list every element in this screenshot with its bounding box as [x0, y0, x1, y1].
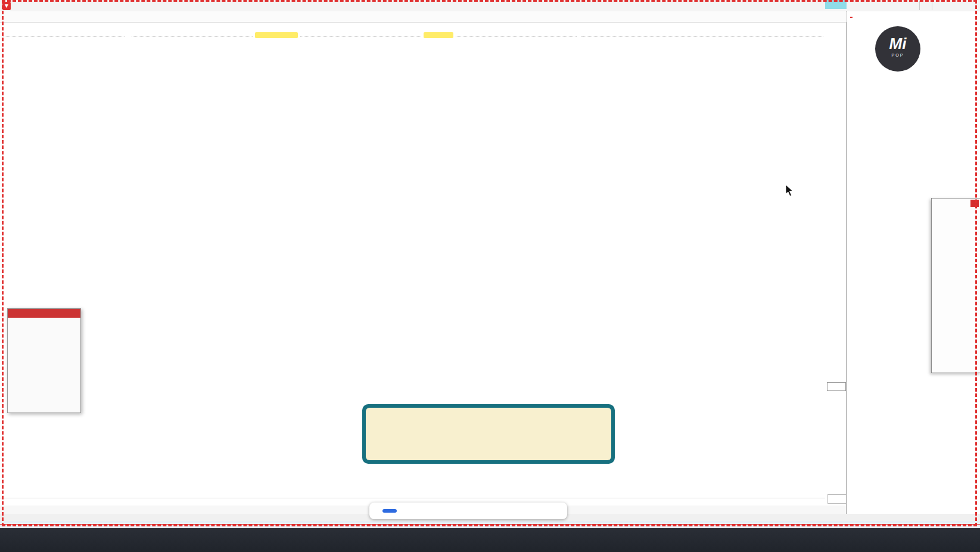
clock-top: [919, 1, 932, 10]
app-logo[interactable]: ▼: [2, 2, 13, 10]
close-icon[interactable]: [970, 200, 979, 207]
macd-header: [82, 387, 94, 395]
volume-header: [6, 287, 30, 294]
screen-share-bar: [369, 503, 567, 519]
tdx-terminal-window: ▼: [0, 0, 980, 552]
mi-pop-watermark: MiPOP: [875, 26, 920, 72]
cursor-price-tag: [825, 0, 847, 9]
quote-symbol: [850, 13, 857, 22]
vol-multiplier: [827, 382, 846, 391]
margin-badge: [850, 17, 853, 18]
mouse-cursor: [785, 185, 795, 197]
index-ticker: [0, 521, 980, 528]
period-toolbar: [0, 11, 846, 23]
period-badge: [827, 494, 847, 504]
kline-data-popup: [7, 308, 81, 413]
dialog-inner: [366, 408, 611, 460]
stop-sharing-button[interactable]: [382, 509, 397, 513]
taskbar: [0, 528, 980, 552]
disclaimer-dialog: [362, 404, 615, 464]
popup-titlebar[interactable]: [8, 309, 80, 318]
ticker-strike-line: [0, 524, 980, 525]
drawing-toolbar: [931, 198, 980, 373]
tdx-logo-icon: ▼: [2, 2, 11, 10]
